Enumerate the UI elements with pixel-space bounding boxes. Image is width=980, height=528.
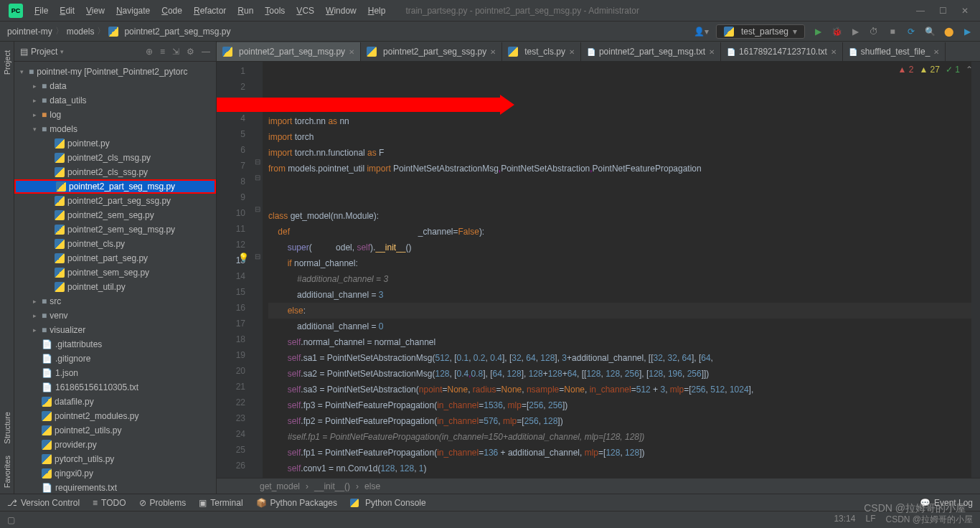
tree-root[interactable]: ▾ ■ pointnet-my [Pointnet_Pointnet2_pyto… [14,65,216,79]
editor-tab[interactable]: test_cls.py✕ [502,42,581,61]
collapse-icon[interactable]: ⇲ [172,47,179,57]
tab-favorites[interactable]: Favorites [3,450,11,494]
tree-item[interactable]: pointnet_util.py [14,280,216,294]
minimize-icon[interactable]: ― [916,6,925,16]
search-icon[interactable]: 🔍 [924,26,936,37]
line-number-gutter[interactable]: 1234567891011121314151617181920212223242… [217,62,253,478]
expand-icon[interactable]: ≡ [160,47,165,57]
tree-item[interactable]: 📄1.json [14,366,216,380]
code-content[interactable]: 💡 import torch.nn as nnimport torchimpor… [263,62,971,478]
tree-item[interactable]: pointnet2_part_seg_msg.py [14,179,216,194]
tree-item[interactable]: 📄161865156110305.txt [14,380,216,395]
menu-tools[interactable]: Tools [259,3,291,19]
project-tree[interactable]: ▾ ■ pointnet-my [Pointnet_Pointnet2_pyto… [14,62,216,494]
tree-item[interactable]: qingxi0.py [14,466,216,481]
menu-code[interactable]: Code [156,3,188,19]
profile-icon[interactable]: ⏱ [868,26,880,37]
breadcrumb-item[interactable]: models [67,27,95,37]
error-stripe[interactable] [971,62,980,478]
stop-icon[interactable]: ■ [887,26,898,37]
tree-item[interactable]: ▸■visualizer [14,323,216,337]
tree-item[interactable]: ▸■log [14,108,216,122]
code-editor[interactable]: ▲ 2 ▲ 27 ✓ 1 ⌃ 1234567891011121314151617… [217,62,980,478]
tab-project[interactable]: Project [3,44,11,80]
coverage-icon[interactable]: ▶ [849,26,861,37]
tree-item[interactable]: ▸■venv [14,308,216,323]
tree-item[interactable]: pointnet2_utils.py [14,423,216,438]
tree-item[interactable]: pointnet2_sem_seg_msg.py [14,222,216,237]
run-icon[interactable]: ▶ [812,26,824,37]
tree-item[interactable]: 📄requirements.txt [14,481,216,494]
menu-vcs[interactable]: VCS [291,3,320,19]
tree-item[interactable]: pointnet2_modules.py [14,409,216,423]
code-breadcrumb[interactable]: get_model› __init__()› else [217,478,980,494]
hide-icon[interactable]: ― [202,47,210,57]
menu-help[interactable]: Help [362,3,392,19]
codewith-icon[interactable]: ▶ [961,26,973,37]
debug-icon[interactable]: 🐞 [831,26,842,37]
inspection-indicators[interactable]: ▲ 2 ▲ 27 ✓ 1 ⌃ [897,65,973,75]
run-config-selector[interactable]: test_partseg ▾ [716,24,805,39]
tab-close-icon[interactable]: ✕ [933,48,939,56]
tree-item[interactable]: provider.py [14,438,216,452]
line-ending[interactable]: LF [865,514,875,526]
editor-tab[interactable]: 📄pointnet2_part_seg_msg.txt✕ [581,42,721,61]
app-icon: PC [9,4,23,18]
ide-help-icon[interactable]: ⬤ [943,26,954,37]
tree-item[interactable]: pointnet.py [14,136,216,151]
bt-problems[interactable]: ⊘Problems [139,498,187,508]
update-icon[interactable]: ⟳ [905,26,917,37]
breadcrumb-item[interactable]: pointnet-my [7,27,52,37]
editor-tab[interactable]: 📄1617892147123710.txt✕ [721,42,843,61]
python-icon [724,27,734,37]
editor-tab[interactable]: 📄shuffled_test_file_✕ [843,42,946,61]
tree-item[interactable]: pointnet2_cls_msg.py [14,151,216,165]
tree-item[interactable]: pointnet_cls.py [14,237,216,251]
menu-refactor[interactable]: Refactor [188,3,232,19]
bt-python-packages[interactable]: 📦Python Packages [256,498,337,508]
user-icon[interactable]: 👤▾ [694,27,709,37]
breadcrumb-item[interactable]: pointnet2_part_seg_msg.py [108,27,230,37]
tree-item[interactable]: pointnet2_sem_seg.py [14,208,216,222]
maximize-icon[interactable]: ☐ [939,6,947,16]
tab-close-icon[interactable]: ✕ [831,48,837,56]
menu-file[interactable]: File [29,3,54,19]
tab-close-icon[interactable]: ✕ [709,48,715,56]
menu-run[interactable]: Run [232,3,259,19]
menu-edit[interactable]: Edit [54,3,80,19]
tree-item[interactable]: ▸■src [14,294,216,308]
project-header[interactable]: ▤Project▾ [20,47,64,57]
bt-version-control[interactable]: ⎇Version Control [7,498,80,508]
tree-item[interactable]: pointnet2_part_seg_ssg.py [14,194,216,208]
cursor-position[interactable]: 13:14 [834,514,855,526]
tree-item[interactable]: ▸■data [14,79,216,93]
tree-item[interactable]: ▾■models [14,122,216,136]
tree-item[interactable]: pointnet_part_seg.py [14,251,216,265]
tree-item[interactable]: ▸■data_utils [14,93,216,108]
fold-gutter[interactable]: ⊟⊟⊟⊟ [253,62,263,478]
editor-tab[interactable]: pointnet2_part_seg_ssg.py✕ [361,42,502,61]
tree-item[interactable]: datafile.py [14,395,216,409]
annotation-highlight [263,98,500,112]
menu-view[interactable]: View [80,3,110,19]
tab-close-icon[interactable]: ✕ [349,48,354,56]
tree-item[interactable]: pointnet_sem_seg.py [14,265,216,280]
tree-item[interactable]: 📄.gitignore [14,352,216,366]
tree-item[interactable]: pointnet2_cls_ssg.py [14,165,216,179]
tab-structure[interactable]: Structure [3,406,11,450]
status-indicator-icon[interactable]: ▢ [7,515,15,525]
tree-item[interactable]: pytorch_utils.py [14,452,216,466]
tab-close-icon[interactable]: ✕ [490,48,496,56]
menu-window[interactable]: Window [320,3,362,19]
bt-terminal[interactable]: ▣Terminal [199,498,242,508]
bt-todo[interactable]: ≡TODO [93,498,126,508]
locate-icon[interactable]: ⊕ [146,47,153,57]
status-extra: CSDN @拉姆哥的小屋 [885,514,973,526]
close-icon[interactable]: ✕ [961,6,969,16]
tab-close-icon[interactable]: ✕ [569,48,575,56]
tree-item[interactable]: 📄.gitattributes [14,337,216,352]
settings-icon[interactable]: ⚙ [187,47,194,57]
menu-navigate[interactable]: Navigate [110,3,156,19]
bt-python-console[interactable]: Python Console [350,498,426,508]
editor-tab[interactable]: pointnet2_part_seg_msg.py✕ [217,42,361,61]
